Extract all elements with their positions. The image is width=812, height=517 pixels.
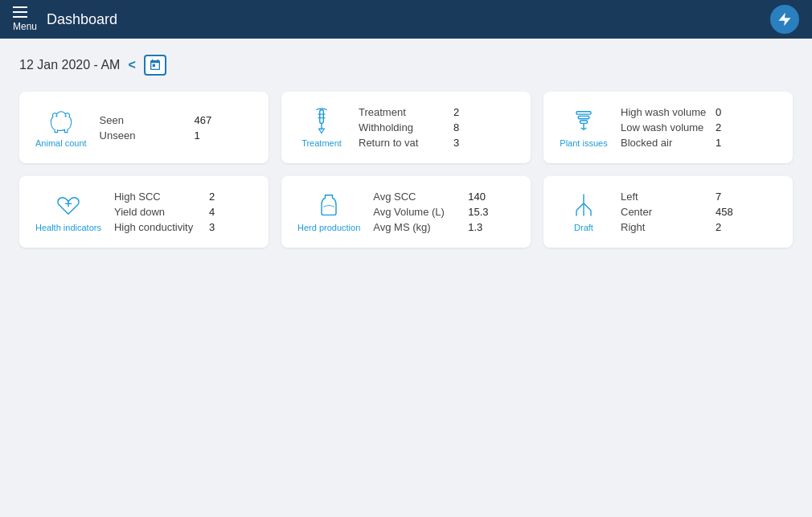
data-value: 458 (716, 206, 733, 218)
data-label: Left (621, 191, 709, 203)
data-value: 8 (453, 121, 459, 133)
data-row: High conductivity 3 (114, 221, 252, 233)
health-indicators-icon-area: Health indicators (35, 191, 101, 233)
herd-production-label: Herd production (297, 223, 360, 233)
data-row: Right 2 (621, 221, 777, 233)
plant-issues-icon (569, 106, 598, 135)
data-label: Avg SCC (373, 191, 461, 203)
health-indicators-label: Health indicators (35, 223, 101, 233)
data-value: 0 (716, 106, 721, 118)
herd-production-data: Avg SCC 140 Avg Volume (L) 15.3 Avg MS (… (373, 191, 515, 233)
data-label: Center (621, 206, 709, 218)
data-value: 1 (195, 129, 200, 142)
svg-rect-8 (578, 116, 589, 118)
data-row: Treatment 2 (359, 106, 515, 118)
data-label: Withholding (359, 121, 447, 133)
draft-data: Left 7 Center 458 Right 2 (621, 191, 777, 233)
data-label: Blocked air (621, 137, 709, 149)
data-row: Left 7 (621, 191, 777, 203)
data-row: Low wash volume 2 (621, 121, 777, 133)
draft-icon-area: Draft (560, 191, 608, 233)
date-text: 12 Jan 2020 - AM (19, 58, 120, 72)
data-row: Yield down 4 (114, 206, 252, 218)
header-left: Menu Dashboard (13, 6, 117, 32)
treatment-icon (307, 106, 336, 135)
treatment-icon-area: Treatment (297, 106, 346, 149)
animal-count-card: Animal count Seen 467 Unseen 1 (19, 92, 269, 163)
data-label: Avg MS (kg) (373, 221, 461, 233)
data-label: High wash volume (621, 106, 709, 118)
plant-issues-icon-area: Plant issues (560, 106, 608, 149)
menu-label: Menu (13, 21, 37, 32)
health-indicators-icon (54, 191, 83, 220)
data-value: 1.3 (468, 221, 482, 233)
data-value: 15.3 (468, 206, 488, 218)
data-row: Avg Volume (L) 15.3 (373, 206, 515, 218)
data-label: Seen (100, 114, 188, 126)
date-bar: 12 Jan 2020 - AM < (19, 55, 793, 76)
plant-issues-card: Plant issues High wash volume 0 Low wash… (543, 92, 793, 163)
data-row: Avg MS (kg) 1.3 (373, 221, 515, 233)
svg-rect-9 (580, 121, 588, 123)
treatment-data: Treatment 2 Withholding 8 Return to vat … (359, 106, 515, 149)
data-label: Unseen (100, 129, 188, 142)
herd-production-icon (314, 191, 343, 220)
svg-rect-2 (320, 110, 324, 124)
draft-card: Draft Left 7 Center 458 Right 2 (543, 176, 793, 248)
data-row: High SCC 2 (114, 191, 252, 203)
treatment-card: Treatment Treatment 2 Withholding 8 Retu… (281, 92, 531, 163)
menu-button[interactable]: Menu (13, 6, 37, 32)
herd-production-card: Herd production Avg SCC 140 Avg Volume (… (281, 176, 531, 248)
data-value: 140 (468, 191, 486, 203)
data-label: High SCC (114, 191, 203, 203)
svg-point-1 (64, 115, 66, 117)
animal-count-icon-area: Animal count (35, 106, 87, 149)
data-value: 467 (195, 114, 212, 126)
data-value: 2 (453, 106, 459, 118)
health-indicators-card: Health indicators High SCC 2 Yield down … (19, 176, 269, 248)
data-label: Right (621, 221, 709, 233)
data-value: 4 (209, 206, 215, 218)
date-back-button[interactable]: < (128, 58, 135, 72)
data-value: 7 (716, 191, 721, 203)
dashboard-grid: Animal count Seen 467 Unseen 1 (19, 92, 793, 248)
herd-production-icon-area: Herd production (297, 191, 360, 233)
data-row: Return to vat 3 (359, 137, 515, 149)
animal-count-label: Animal count (35, 138, 87, 149)
treatment-label: Treatment (301, 138, 342, 149)
data-value: 3 (453, 137, 459, 149)
draft-label: Draft (574, 223, 593, 233)
data-row: Center 458 (621, 206, 777, 218)
calendar-button[interactable] (144, 55, 166, 76)
data-row: Seen 467 (100, 114, 252, 126)
plant-issues-label: Plant issues (560, 138, 607, 149)
data-value: 2 (209, 191, 215, 203)
data-label: High conductivity (114, 221, 203, 233)
health-indicators-data: High SCC 2 Yield down 4 High conductivit… (114, 191, 252, 233)
calendar-icon (149, 59, 162, 72)
animal-count-data: Seen 467 Unseen 1 (100, 114, 252, 142)
data-label: Avg Volume (L) (373, 206, 461, 218)
lightning-icon (777, 11, 793, 27)
data-label: Low wash volume (621, 121, 709, 133)
data-label: Return to vat (359, 137, 447, 149)
svg-rect-7 (576, 112, 591, 114)
svg-line-19 (584, 203, 591, 211)
data-row: Avg SCC 140 (373, 191, 515, 203)
svg-line-17 (576, 203, 584, 211)
data-value: 2 (716, 121, 721, 133)
data-label: Treatment (359, 106, 447, 118)
data-value: 3 (209, 221, 215, 233)
data-row: Withholding 8 (359, 121, 515, 133)
header: Menu Dashboard (0, 0, 812, 39)
main-content: 12 Jan 2020 - AM < Animal count (0, 39, 812, 264)
data-row: Unseen 1 (100, 129, 252, 142)
lightning-icon-button[interactable] (770, 5, 799, 34)
data-value: 1 (716, 137, 721, 149)
data-row: Blocked air 1 (621, 137, 777, 149)
data-row: High wash volume 0 (621, 106, 777, 118)
draft-icon (569, 191, 598, 220)
plant-issues-data: High wash volume 0 Low wash volume 2 Blo… (621, 106, 777, 149)
svg-point-0 (55, 115, 57, 117)
page-title: Dashboard (47, 11, 117, 28)
